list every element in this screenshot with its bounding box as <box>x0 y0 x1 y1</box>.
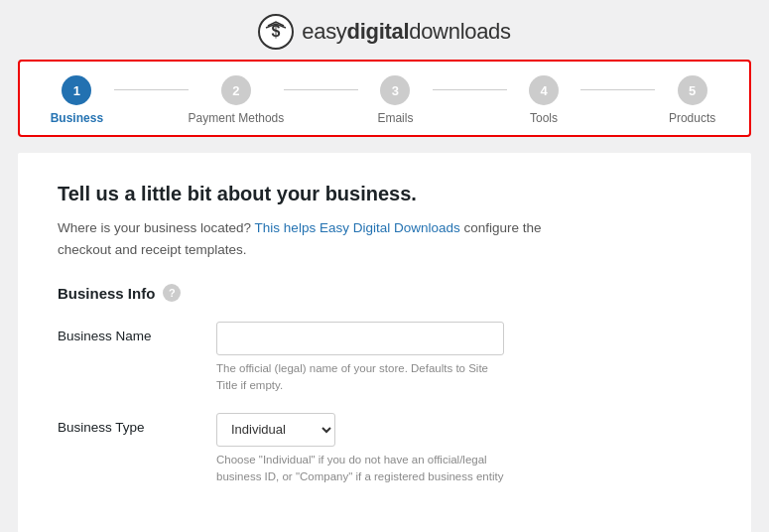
business-name-input[interactable] <box>216 322 504 355</box>
business-name-hint: The official (legal) name of your store.… <box>216 360 504 395</box>
help-icon[interactable]: ? <box>163 284 181 302</box>
step-label-4: Tools <box>530 111 558 125</box>
business-type-label: Business Type <box>58 413 216 435</box>
step-label-3: Emails <box>377 111 413 125</box>
step-circle-5: 5 <box>678 75 707 105</box>
step-circle-2: 2 <box>221 75 251 105</box>
step-label-1: Business <box>51 111 103 125</box>
business-type-field: Individual Company Choose "Individual" i… <box>216 413 711 486</box>
page-wrapper: $ easydigitaldownloads 1 Business 2 <box>0 0 769 532</box>
business-type-select[interactable]: Individual Company <box>216 413 335 447</box>
card-description: Where is your business located? This hel… <box>58 217 554 260</box>
form-section-title: Business Info ? <box>58 284 711 302</box>
step-connector-2-3 <box>284 89 358 90</box>
business-name-row: Business Name The official (legal) name … <box>58 322 711 395</box>
step-label-5: Products <box>669 111 715 125</box>
business-name-field: The official (legal) name of your store.… <box>216 322 711 395</box>
step-4[interactable]: 4 Tools <box>507 75 581 125</box>
business-type-row: Business Type Individual Company Choose … <box>58 413 711 486</box>
description-highlight: This helps Easy Digital Downloads <box>255 220 460 235</box>
business-name-label: Business Name <box>58 322 216 343</box>
steps-row: 1 Business 2 Payment Methods 3 Emails <box>40 75 729 125</box>
step-connector-4-5 <box>580 89 655 90</box>
step-2[interactable]: 2 Payment Methods <box>189 75 285 125</box>
step-5[interactable]: 5 Products <box>655 75 729 125</box>
step-label-2: Payment Methods <box>189 111 285 125</box>
step-circle-1: 1 <box>62 75 91 105</box>
step-connector-3-4 <box>433 89 507 90</box>
description-plain: Where is your business located? <box>58 220 255 235</box>
logo-icon: $ <box>258 14 294 50</box>
main-card: Tell us a little bit about your business… <box>18 153 751 532</box>
business-type-hint: Choose "Individual" if you do not have a… <box>216 452 504 486</box>
step-circle-4: 4 <box>529 75 559 105</box>
logo-text: easydigitaldownloads <box>302 19 510 45</box>
step-circle-3: 3 <box>380 75 410 105</box>
logo-area: $ easydigitaldownloads <box>0 0 769 60</box>
card-title: Tell us a little bit about your business… <box>58 183 711 205</box>
step-1[interactable]: 1 Business <box>40 75 114 125</box>
section-title-text: Business Info <box>58 285 155 302</box>
step-connector-1-2 <box>114 89 189 90</box>
step-3[interactable]: 3 Emails <box>358 75 433 125</box>
steps-container: 1 Business 2 Payment Methods 3 Emails <box>18 60 751 137</box>
